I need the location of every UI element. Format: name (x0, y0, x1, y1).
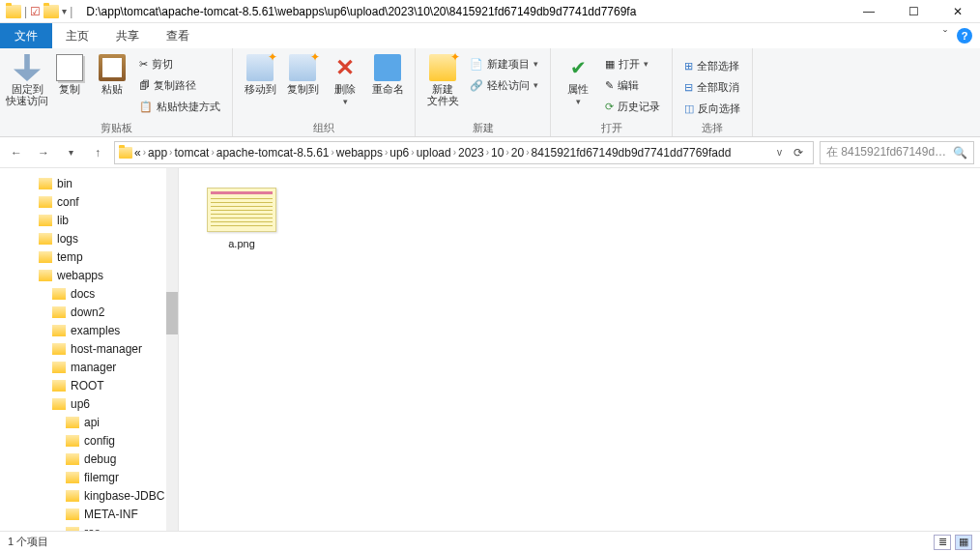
file-item[interactable]: a.png (198, 188, 285, 249)
maximize-button[interactable]: ☐ (891, 0, 936, 23)
cut-button[interactable]: ✂剪切 (139, 54, 220, 73)
breadcrumb[interactable]: app› (148, 146, 172, 160)
tree-item-label: api (84, 416, 100, 429)
new-item-button[interactable]: 📄新建项目▾ (470, 54, 538, 73)
search-input[interactable]: 在 8415921fd67149db9d7... 🔍 (820, 141, 974, 164)
ribbon-collapse-icon[interactable]: ˇ (943, 29, 947, 43)
tree-item[interactable]: host-manager (0, 339, 178, 358)
breadcrumb[interactable]: apache-tomcat-8.5.61› (216, 146, 334, 160)
tree-item[interactable]: debug (0, 450, 178, 468)
breadcrumb[interactable]: up6› (389, 146, 414, 160)
group-label: 剪贴板 (6, 121, 226, 136)
chevron-down-icon: ▾ (533, 80, 538, 90)
folder-icon (66, 472, 79, 483)
recent-locations-button[interactable]: ▾ (60, 142, 81, 163)
scrollbar-track[interactable] (166, 168, 178, 531)
moveto-icon (246, 54, 274, 81)
qat-overflow[interactable]: ▾ (62, 6, 67, 16)
refresh-button[interactable]: ⟳ (788, 146, 809, 160)
tree-item[interactable]: docs (0, 284, 178, 303)
breadcrumb[interactable]: 2023› (458, 146, 489, 160)
tab-home[interactable]: 主页 (52, 23, 102, 48)
tree-item[interactable]: config (0, 431, 178, 450)
breadcrumb[interactable]: 10› (491, 146, 509, 160)
navbar: ← → ▾ ↑ «› app› tomcat› apache-tomcat-8.… (0, 137, 980, 168)
search-placeholder: 在 8415921fd67149db9d7... (826, 144, 947, 160)
folder-icon (66, 435, 79, 447)
minimize-button[interactable]: — (847, 0, 891, 23)
tree-item[interactable]: webapps (0, 266, 178, 284)
tree-item[interactable]: up6 (0, 394, 178, 413)
address-bar[interactable]: «› app› tomcat› apache-tomcat-8.5.61› we… (114, 141, 814, 164)
tree-item[interactable]: temp (0, 247, 178, 266)
folder-icon (52, 362, 66, 373)
properties-button[interactable]: ✔ 属性 ▾ (557, 50, 599, 106)
chevron-down-icon: ▾ (576, 97, 581, 106)
edit-button[interactable]: ✎编辑 (605, 75, 660, 95)
details-view-button[interactable]: ≣ (934, 535, 951, 550)
copy-button[interactable]: 复制 (48, 50, 91, 95)
breadcrumb[interactable]: 8415921fd67149db9d7741dd7769fadd (531, 146, 731, 160)
breadcrumb[interactable]: webapps› (336, 146, 388, 160)
ribbon-group-new: 新建 文件夹 📄新建项目▾ 🔗轻松访问▾ 新建 (416, 48, 551, 136)
moveto-button[interactable]: 移动到 (239, 50, 281, 95)
up-button[interactable]: ↑ (87, 142, 108, 163)
select-all-button[interactable]: ⊞全部选择 (684, 56, 740, 75)
tab-share[interactable]: 共享 (102, 23, 153, 48)
tree-item-label: examples (71, 324, 120, 337)
copy-path-button[interactable]: 🗐复制路径 (139, 75, 220, 95)
tree-item[interactable]: kingbase-JDBC (0, 486, 178, 505)
tree-item[interactable]: down2 (0, 303, 178, 321)
folder-icon (119, 147, 132, 159)
breadcrumb[interactable]: upload› (417, 146, 456, 160)
breadcrumb-root[interactable]: «› (134, 146, 146, 160)
tree-item[interactable]: api (0, 413, 178, 431)
tree-item[interactable]: lib (0, 211, 178, 229)
tree-item[interactable]: bin (0, 174, 178, 192)
tree-item[interactable]: manager (0, 358, 178, 376)
select-none-button[interactable]: ⊟全部取消 (684, 77, 740, 97)
tree-item[interactable]: META-INF (0, 505, 178, 523)
back-button[interactable]: ← (6, 142, 27, 163)
folder-icon (52, 325, 66, 336)
breadcrumb[interactable]: tomcat› (174, 146, 214, 160)
tree-item[interactable]: logs (0, 229, 178, 247)
paste-button[interactable]: 粘贴 (91, 50, 133, 95)
tree-item[interactable]: conf (0, 192, 178, 211)
open-button[interactable]: ▦打开▾ (605, 54, 660, 73)
folder-icon (43, 5, 59, 18)
copyto-icon (289, 54, 316, 81)
tab-view[interactable]: 查看 (153, 23, 203, 48)
history-icon: ⟳ (605, 101, 614, 113)
selectnone-icon: ⊟ (684, 81, 693, 94)
paste-shortcut-button[interactable]: 📋粘贴快捷方式 (139, 97, 220, 116)
tab-file[interactable]: 文件 (0, 23, 52, 48)
icons-view-button[interactable]: ▦ (955, 535, 972, 550)
folder-icon (39, 233, 52, 245)
forward-button[interactable]: → (33, 142, 54, 163)
folder-icon (52, 343, 66, 355)
copyto-button[interactable]: 复制到 (281, 50, 324, 95)
close-button[interactable]: ✕ (936, 0, 980, 23)
easy-access-button[interactable]: 🔗轻松访问▾ (470, 75, 538, 95)
file-list[interactable]: a.png (179, 168, 980, 531)
tree-item[interactable]: res (0, 523, 178, 531)
help-icon[interactable]: ? (957, 28, 972, 44)
tree-item-label: META-INF (84, 508, 138, 521)
pin-quickaccess-button[interactable]: 固定到 快速访问 (6, 50, 48, 106)
tree-item[interactable]: filemgr (0, 468, 178, 486)
breadcrumb[interactable]: 20› (511, 146, 530, 160)
tree-item[interactable]: ROOT (0, 376, 178, 394)
scrollbar-thumb[interactable] (166, 292, 178, 334)
invert-selection-button[interactable]: ◫反向选择 (684, 99, 740, 118)
folder-icon (39, 215, 52, 226)
address-dropdown[interactable]: v (777, 147, 782, 158)
delete-button[interactable]: ✕ 删除 ▾ (324, 50, 366, 106)
folder-tree[interactable]: binconfliblogstempwebappsdocsdown2exampl… (0, 168, 179, 531)
history-button[interactable]: ⟳历史记录 (605, 97, 660, 116)
tree-item-label: lib (57, 214, 69, 227)
tree-item[interactable]: examples (0, 321, 178, 339)
rename-button[interactable]: 重命名 (366, 50, 409, 95)
tree-item-label: res (84, 526, 101, 532)
new-folder-button[interactable]: 新建 文件夹 (421, 50, 464, 106)
